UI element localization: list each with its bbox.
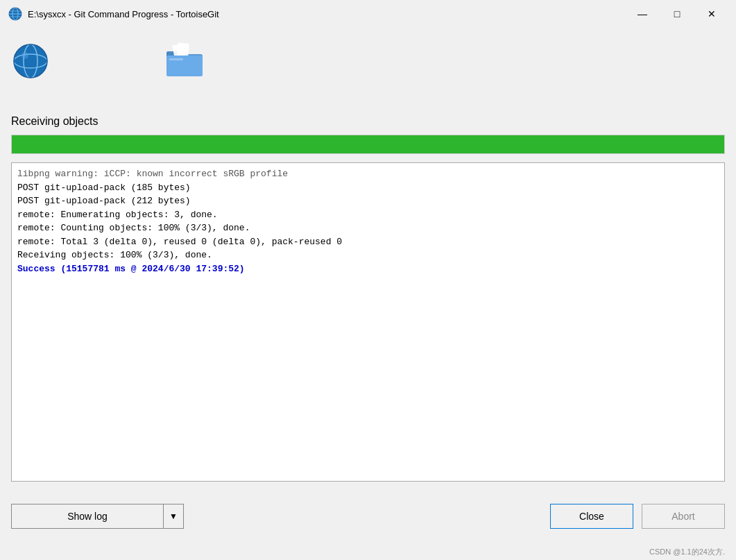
- svg-point-9: [22, 52, 28, 59]
- minimize-button[interactable]: —: [626, 3, 658, 24]
- app-icon: [8, 7, 22, 21]
- log-line: POST git-upload-pack (185 bytes): [17, 181, 719, 195]
- folder-icon: [164, 39, 205, 80]
- show-log-container: Show log ▼: [11, 504, 184, 529]
- log-line: remote: Counting objects: 100% (3/3), do…: [17, 221, 719, 235]
- log-line: Success (15157781 ms @ 2024/6/30 17:39:5…: [17, 262, 719, 276]
- log-line: remote: Enumerating objects: 3, done.: [17, 208, 719, 222]
- close-button[interactable]: Close: [550, 504, 633, 529]
- globe-icon: [11, 39, 53, 80]
- watermark: CSDN @1.1的24次方.: [0, 545, 736, 560]
- window-controls: — □ ✕: [626, 3, 728, 24]
- progress-bar-fill: [12, 135, 724, 153]
- close-window-button[interactable]: ✕: [696, 3, 728, 24]
- log-line: Receiving objects: 100% (3/3), done.: [17, 248, 719, 262]
- window-content: Receiving objects libpng warning: iCCP: …: [0, 28, 736, 490]
- log-line: remote: Total 3 (delta 0), reused 0 (del…: [17, 235, 719, 249]
- status-label: Receiving objects: [11, 115, 725, 128]
- show-log-dropdown-button[interactable]: ▼: [164, 504, 184, 529]
- svg-rect-13: [177, 42, 189, 57]
- show-log-button[interactable]: Show log: [11, 504, 164, 529]
- bottom-bar: Show log ▼ Close Abort: [0, 490, 736, 545]
- log-line: libpng warning: iCCP: known incorrect sR…: [17, 167, 719, 181]
- icon-area: [11, 39, 725, 101]
- window-title: E:\sysxcx - Git Command Progress - Torto…: [28, 9, 626, 19]
- dropdown-arrow-icon: ▼: [169, 511, 178, 521]
- log-line: POST git-upload-pack (212 bytes): [17, 194, 719, 208]
- svg-rect-15: [169, 58, 183, 60]
- title-bar: E:\sysxcx - Git Command Progress - Torto…: [0, 0, 736, 28]
- maximize-button[interactable]: □: [661, 3, 693, 24]
- progress-bar-container: [11, 135, 725, 154]
- abort-button[interactable]: Abort: [642, 504, 725, 529]
- log-output[interactable]: libpng warning: iCCP: known incorrect sR…: [11, 162, 725, 482]
